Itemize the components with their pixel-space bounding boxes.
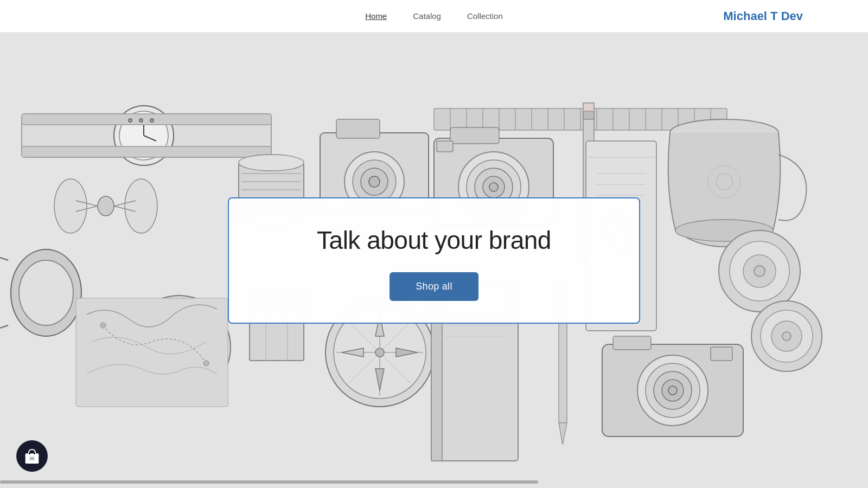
svg-point-13 bbox=[98, 196, 114, 216]
svg-point-19 bbox=[19, 260, 73, 325]
svg-point-45 bbox=[369, 176, 380, 187]
nav-home[interactable]: Home bbox=[365, 11, 387, 21]
shop-all-button[interactable]: Shop all bbox=[390, 272, 478, 301]
svg-rect-65 bbox=[450, 127, 499, 144]
svg-point-8 bbox=[129, 119, 132, 122]
nav-collection[interactable]: Collection bbox=[467, 11, 503, 21]
svg-point-129 bbox=[34, 453, 35, 454]
svg-point-9 bbox=[139, 119, 143, 122]
scrollbar-thumb[interactable] bbox=[0, 480, 538, 484]
svg-rect-66 bbox=[437, 141, 453, 152]
brand-title[interactable]: Michael T Dev bbox=[723, 9, 803, 23]
svg-rect-6 bbox=[22, 114, 271, 125]
shopify-badge[interactable] bbox=[16, 440, 48, 472]
hero-card: Talk about your brand Shop all bbox=[228, 197, 640, 324]
svg-point-11 bbox=[54, 179, 87, 233]
svg-rect-41 bbox=[336, 119, 380, 138]
svg-point-30 bbox=[100, 323, 106, 328]
hero-section: Talk about your brand Shop all bbox=[0, 33, 868, 488]
svg-point-33 bbox=[239, 155, 304, 171]
svg-point-10 bbox=[150, 119, 154, 122]
svg-point-122 bbox=[782, 332, 791, 341]
main-nav: Home Catalog Collection bbox=[365, 11, 503, 21]
svg-point-113 bbox=[668, 386, 677, 395]
svg-rect-76 bbox=[583, 103, 594, 111]
svg-point-128 bbox=[29, 453, 30, 454]
nav-catalog[interactable]: Catalog bbox=[413, 11, 441, 21]
svg-rect-29 bbox=[76, 298, 228, 407]
svg-rect-7 bbox=[22, 146, 271, 157]
svg-point-31 bbox=[203, 361, 209, 366]
header: Home Catalog Collection Michael T Dev bbox=[0, 0, 868, 33]
svg-point-118 bbox=[754, 266, 765, 277]
svg-rect-108 bbox=[613, 336, 651, 350]
svg-point-97 bbox=[375, 348, 384, 357]
svg-rect-114 bbox=[711, 347, 732, 361]
scrollbar-track bbox=[0, 480, 868, 484]
svg-rect-130 bbox=[30, 457, 35, 460]
shopify-icon bbox=[23, 447, 41, 465]
svg-point-12 bbox=[125, 179, 157, 233]
hero-title: Talk about your brand bbox=[317, 226, 551, 255]
